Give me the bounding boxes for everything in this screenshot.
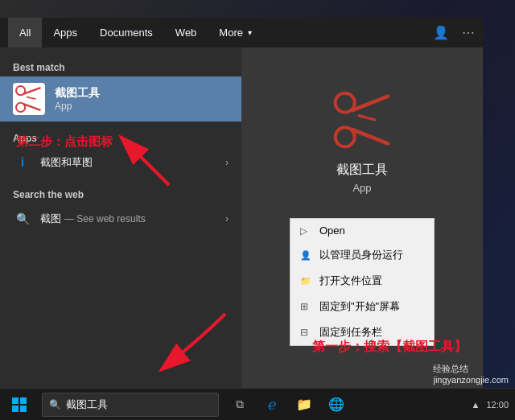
best-match-name: 截图工具 [55, 86, 100, 101]
best-match-item[interactable]: 截图工具 App [0, 76, 241, 121]
svg-rect-14 [12, 406, 19, 412]
taskbar: 🔍 截图工具 ⧉ ℯ 📁 🌐 ▲ 12:00 [0, 388, 515, 420]
menu-header-icons: 👤 ⋯ [433, 25, 475, 40]
folder-icon: 📁 [300, 276, 313, 286]
app-preview-name: 截图工具 [336, 162, 388, 179]
apps-item-jietu[interactable]: i 截图和草图 › [0, 147, 241, 178]
web-search-section: Search the web 🔍 截图 — See web results › [0, 184, 241, 234]
best-match-info: 截图工具 App [55, 86, 100, 112]
app-preview: 截图工具 App [330, 88, 394, 210]
tab-more[interactable]: More ▾ [208, 18, 263, 47]
apps-item-jietu-label: 截图和草图 [40, 155, 93, 170]
context-item-admin[interactable]: 👤 以管理员身份运行 [290, 242, 434, 268]
pin-start-icon: ⊞ [300, 301, 313, 312]
start-menu: All Apps Documents Web More ▾ 👤 ⋯ Best m… [0, 18, 483, 388]
clock: 12:00 [486, 400, 509, 410]
best-match-app-icon [13, 83, 45, 115]
context-item-pin-start[interactable]: ⊞ 固定到"开始"屏幕 [290, 294, 434, 319]
tab-more-label: More [219, 27, 243, 39]
context-pin-taskbar-label: 固定到任务栏 [319, 325, 382, 340]
svg-rect-13 [20, 397, 27, 404]
taskbar-right-area: ▲ 12:00 [472, 389, 515, 421]
apps-item-arrow: › [225, 157, 229, 168]
svg-line-8 [352, 130, 388, 143]
menu-right-panel: 截图工具 App ▷ Open 👤 以管理员身份运行 📁 打开文件 [241, 47, 483, 388]
web-search-suffix: — See web results [64, 213, 146, 224]
context-admin-label: 以管理员身份运行 [319, 248, 403, 262]
chevron-down-icon: ▾ [248, 28, 252, 37]
start-button[interactable] [0, 389, 39, 421]
web-search-icon: 🔍 [13, 209, 32, 229]
context-menu: ▷ Open 👤 以管理员身份运行 📁 打开文件位置 ⊞ 固定到"开始"屏幕 [290, 218, 435, 346]
tab-documents[interactable]: Documents [89, 18, 164, 47]
svg-line-9 [359, 116, 375, 120]
edge-browser-button[interactable]: ℯ [258, 389, 286, 421]
task-view-icon: ⧉ [236, 397, 244, 411]
app-preview-type: App [352, 182, 371, 194]
watermark-text: 经验总结 [433, 364, 468, 373]
pin-taskbar-icon: ⊟ [300, 327, 313, 338]
folder-icon: 📁 [296, 397, 312, 412]
task-view-button[interactable]: ⧉ [225, 389, 254, 421]
app-preview-icon [330, 88, 394, 152]
context-item-open[interactable]: ▷ Open [290, 219, 434, 242]
context-item-pin-taskbar[interactable]: ⊟ 固定到任务栏 [290, 319, 434, 345]
chrome-button[interactable]: 🌐 [322, 389, 351, 421]
menu-left-panel: Best match 截图工具 App [0, 47, 241, 388]
taskbar-icons: ⧉ ℯ 📁 🌐 [225, 389, 351, 421]
taskbar-search-text: 截图工具 [66, 397, 108, 412]
jietu-app-icon: i [13, 153, 32, 172]
svg-rect-12 [12, 397, 19, 404]
person-icon: 👤 [433, 25, 449, 40]
tab-apps[interactable]: Apps [42, 18, 89, 47]
web-search-item[interactable]: 🔍 截图 — See web results › [0, 204, 241, 234]
edge-icon: ℯ [268, 396, 277, 414]
system-tray: ▲ [472, 400, 480, 410]
menu-content: Best match 截图工具 App [0, 47, 483, 388]
context-open-label: Open [319, 224, 345, 237]
menu-tabs: All Apps Documents Web More ▾ 👤 ⋯ [0, 18, 483, 47]
web-search-arrow: › [225, 213, 229, 224]
svg-rect-15 [20, 406, 27, 412]
windows-logo-icon [12, 397, 27, 412]
svg-line-4 [27, 97, 35, 99]
web-search-query: 截图 [40, 212, 61, 226]
desktop: All Apps Documents Web More ▾ 👤 ⋯ Best m… [0, 0, 515, 420]
tab-all[interactable]: All [8, 18, 42, 47]
taskbar-search-box[interactable]: 🔍 截图工具 [42, 393, 219, 417]
watermark: 经验总结 jingyanzongjie.com [433, 363, 509, 385]
svg-line-3 [24, 104, 40, 109]
context-location-label: 打开文件位置 [319, 274, 382, 288]
file-explorer-button[interactable]: 📁 [290, 389, 319, 421]
more-options-icon: ⋯ [462, 25, 475, 40]
context-item-location[interactable]: 📁 打开文件位置 [290, 268, 434, 294]
svg-line-7 [352, 97, 388, 110]
admin-icon: 👤 [300, 250, 313, 261]
chrome-icon: 🌐 [328, 397, 344, 412]
taskbar-search-icon: 🔍 [49, 399, 61, 410]
svg-line-2 [24, 88, 40, 93]
apps-label: Apps [0, 128, 241, 147]
best-match-type: App [55, 101, 100, 112]
open-icon: ▷ [300, 225, 313, 237]
tab-web[interactable]: Web [164, 18, 208, 47]
watermark-site: jingyanzongjie.com [433, 375, 509, 385]
apps-section: Apps i 截图和草图 › [0, 128, 241, 178]
context-pin-start-label: 固定到"开始"屏幕 [319, 299, 400, 314]
web-search-label: Search the web [0, 184, 241, 204]
